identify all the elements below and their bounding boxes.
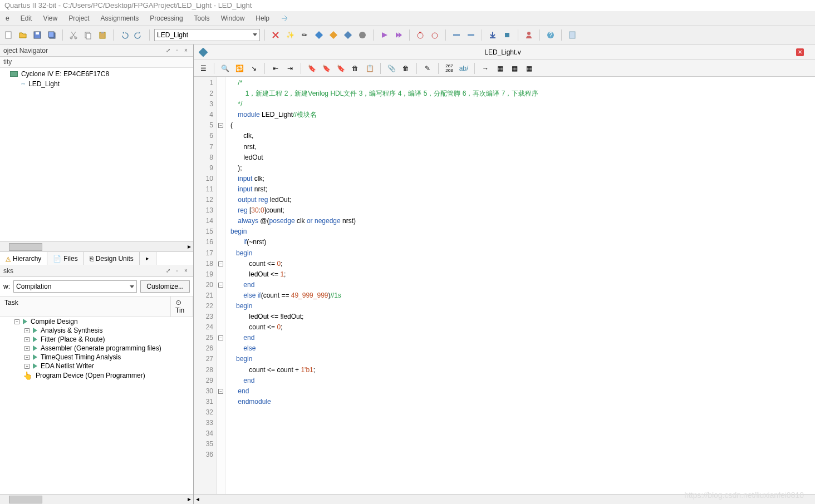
syntax-icon[interactable]: ab/ [458,62,470,75]
block1-icon[interactable]: ▦ [494,62,506,75]
save-icon[interactable] [31,29,43,41]
timer2-icon[interactable] [429,29,441,41]
chip-icon[interactable] [501,29,513,41]
save-all-icon[interactable] [46,29,58,41]
menu-window[interactable]: Window [217,12,249,24]
list-icon[interactable]: ☰ [197,62,209,75]
wand-icon[interactable]: ✨ [284,29,296,41]
pin2-icon[interactable] [465,29,477,41]
document-tab[interactable]: LED_Light.v [484,48,521,56]
task-row[interactable]: +TimeQuest Timing Analysis [0,353,193,362]
cut-icon[interactable] [67,29,80,41]
close-document-icon[interactable]: ✕ [796,48,804,56]
help-extra-icon[interactable] [276,12,293,24]
expand-icon[interactable]: + [24,346,30,351]
expand-icon[interactable]: + [24,328,30,333]
doc-icon[interactable] [566,29,578,41]
entity-node[interactable]: ⎓LED_Light [0,79,193,89]
task-row[interactable]: +Fitter (Place & Route) [0,335,193,344]
compile-icon[interactable] [313,29,325,41]
new-file-icon[interactable] [2,29,14,41]
find-replace-icon[interactable]: 🔁 [233,62,246,75]
expand-icon[interactable]: + [24,355,30,360]
fold-toggle-icon[interactable]: − [218,389,223,394]
entity-combo[interactable]: LED_Light [154,29,260,41]
close-panel-icon[interactable]: × [182,47,190,55]
files-tab[interactable]: 📄Files [47,252,84,265]
expand-icon[interactable]: + [24,364,30,369]
task-row[interactable]: −👆Program Device (Open Programmer) [0,370,193,381]
copy-icon[interactable] [82,29,94,41]
block3-icon[interactable]: ▦ [523,62,535,75]
menu-assignments[interactable]: Assignments [96,12,144,24]
paste-icon[interactable] [96,29,109,41]
fold-toggle-icon[interactable]: − [218,335,223,340]
horizontal-scrollbar[interactable]: ▸ [0,494,193,504]
expand-icon[interactable]: − [14,319,19,324]
menu-help[interactable]: Help [251,12,274,24]
attach-icon[interactable]: 📎 [385,62,397,75]
task-row[interactable]: +Analysis & Synthesis [0,326,193,335]
trash-icon[interactable]: 🗑 [400,62,412,75]
customize-button[interactable]: Customize... [140,280,190,293]
undo-icon[interactable] [118,29,130,41]
pin-panel-icon[interactable]: ⤢ [164,47,172,55]
fold-toggle-icon[interactable]: − [218,261,223,266]
tool-icon[interactable] [269,29,282,41]
code-content[interactable]: /* 1，新建工程 2，新建Verilog HDL文件 3，编写程序 4，编译 … [226,77,815,494]
download-icon[interactable] [487,29,499,41]
task-row[interactable]: −Compile Design [0,317,193,326]
goto-icon[interactable]: ↘ [248,62,260,75]
device-node[interactable]: Cyclone IV E: EP4CE6F17C8 [0,69,193,79]
open-folder-icon[interactable] [17,29,29,41]
bookmark-icon[interactable]: 🔖 [306,62,318,75]
pin-panel-icon[interactable]: ⤢ [164,267,172,275]
menu-e[interactable]: e [1,12,14,24]
indent-icon[interactable]: ⇥ [284,62,296,75]
flow-combo[interactable]: Compilation [13,280,137,293]
fold-toggle-icon[interactable]: − [218,123,223,128]
outdent-icon[interactable]: ⇤ [269,62,282,75]
minimize-panel-icon[interactable]: ▫ [173,47,181,55]
pencil-icon[interactable]: ✏ [298,29,311,41]
find-icon[interactable]: 🔍 [219,62,231,75]
code-editor[interactable]: 1234567891011121314151617181920212223242… [194,77,815,494]
pin-icon[interactable] [450,29,463,41]
hierarchy-tab[interactable]: ◬Hierarchy [0,252,47,265]
expand-icon[interactable]: + [24,337,30,342]
task-row[interactable]: +EDA Netlist Writer [0,362,193,370]
fit-icon[interactable] [342,29,354,41]
person-icon[interactable] [523,29,535,41]
line-gutter: 1234567891011121314151617181920212223242… [194,77,217,494]
bookmark-next-icon[interactable]: 🔖 [320,62,332,75]
horizontal-scrollbar[interactable]: ◂ [194,494,815,504]
fold-gutter[interactable]: −−−−− [217,77,226,494]
help-icon[interactable]: ? [544,29,557,41]
svg-rect-16 [419,32,421,33]
menu-edit[interactable]: Edit [16,12,37,24]
timer-icon[interactable] [414,29,426,41]
close-panel-icon[interactable]: × [182,267,190,275]
arrow-right-icon[interactable]: → [479,62,492,75]
stop-icon[interactable] [356,29,369,41]
horizontal-scrollbar[interactable]: ▸ [0,241,193,251]
menu-view[interactable]: View [38,12,62,24]
bookmark-clear-icon[interactable]: 🗑 [349,62,361,75]
menu-project[interactable]: Project [64,12,94,24]
minimize-panel-icon[interactable]: ▫ [173,267,181,275]
more-tabs[interactable]: ▸ [140,252,156,265]
bookmark-list-icon[interactable]: 📋 [364,62,376,75]
design-units-tab[interactable]: ⎘Design Units [84,252,140,265]
menu-processing[interactable]: Processing [145,12,187,24]
edit-mode-icon[interactable]: ✎ [421,62,434,75]
run-icon[interactable] [378,29,390,41]
bookmark-prev-icon[interactable]: 🔖 [335,62,347,75]
run-fast-icon[interactable] [392,29,405,41]
redo-icon[interactable] [132,29,145,41]
block2-icon[interactable]: ▦ [508,62,521,75]
fold-toggle-icon[interactable]: − [218,283,223,288]
menu-tools[interactable]: Tools [190,12,214,24]
line-number-icon[interactable]: 267268 [443,62,455,75]
analyze-icon[interactable] [327,29,340,41]
task-row[interactable]: +Assembler (Generate programming files) [0,344,193,353]
